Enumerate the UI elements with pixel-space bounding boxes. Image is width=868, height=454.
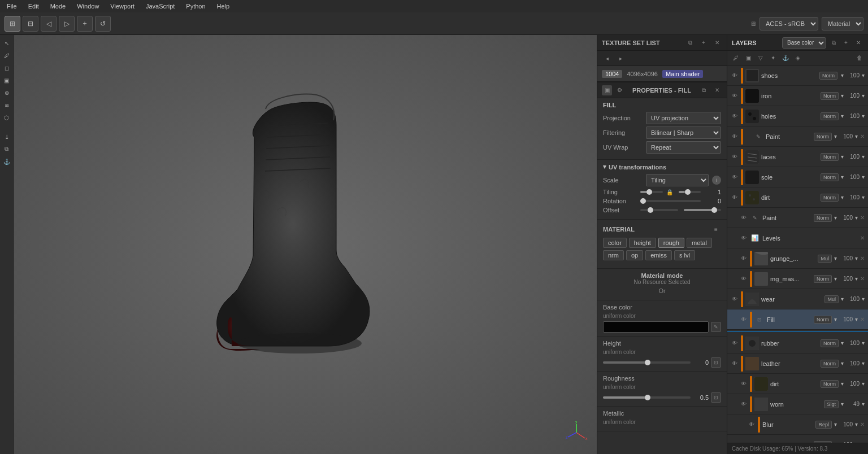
height-pick[interactable]: ⊡ <box>711 357 721 368</box>
shading-dropdown[interactable]: Material <box>822 17 863 30</box>
layer-laces-opacity-arrow[interactable]: ▾ <box>862 154 865 160</box>
layer-iron-blend-arrow[interactable]: ▾ <box>841 93 844 99</box>
layer-dirt-leather-vis[interactable]: 👁 <box>740 380 748 388</box>
layer-holes-opacity-arrow[interactable]: ▾ <box>862 113 865 119</box>
roughness-track[interactable] <box>603 396 691 399</box>
properties-fill-close[interactable]: ✕ <box>712 85 722 95</box>
layer-grunge[interactable]: 👁 grunge_... Mul ▾ 100 ▾ ✕ <box>727 248 868 269</box>
layer-wear-vis[interactable]: 👁 <box>731 295 739 303</box>
mat-tag-rough[interactable]: rough <box>658 238 684 248</box>
layer-dirt-leather-opacity-arrow[interactable]: ▾ <box>862 381 865 387</box>
layer-dirt-top[interactable]: 👁 dirt Norm ▾ 100 ▾ <box>727 187 868 208</box>
layer-dirt-leather-blend-arrow[interactable]: ▾ <box>841 381 844 387</box>
layer-levels-vis[interactable]: 👁 <box>740 234 748 242</box>
layer-paint-worn[interactable]: 👁 ✎ Paint Norm ▾ 100 ▾ ✕ <box>727 435 868 443</box>
layer-holes-blend-arrow[interactable]: ▾ <box>841 113 844 119</box>
layer-tool-fill[interactable]: ▣ <box>743 53 753 63</box>
base-color-pick[interactable]: ✎ <box>711 322 721 332</box>
mat-tag-height[interactable]: height <box>629 238 656 248</box>
layer-paint-dirt[interactable]: 👁 ✎ Paint Norm ▾ 100 ▾ ✕ <box>727 208 868 228</box>
layer-paint1-edit[interactable]: ✎ <box>753 132 763 142</box>
viewport[interactable]: x y z <box>14 35 597 454</box>
layer-levels-effect[interactable]: 👁 📊 Levels ✕ <box>727 228 868 248</box>
layer-wear-blend-arrow[interactable]: ▾ <box>841 296 844 302</box>
base-color-swatch[interactable] <box>603 321 709 333</box>
layer-laces-vis[interactable]: 👁 <box>731 153 739 161</box>
menu-window[interactable]: Window <box>75 2 101 11</box>
layer-paint-dirt-edit[interactable]: ✎ <box>750 213 760 223</box>
layer-tool-group[interactable]: ▽ <box>756 53 766 63</box>
layer-paint-dirt-vis[interactable]: 👁 <box>740 214 748 222</box>
uv-wrap-select[interactable]: Repeat <box>646 141 721 154</box>
tiling-lock[interactable]: 🔒 <box>666 189 673 195</box>
texture-set-nav-right[interactable]: ▸ <box>615 53 626 63</box>
menu-help[interactable]: Help <box>215 2 232 11</box>
texture-set-nav-left[interactable]: ◂ <box>602 53 612 63</box>
tool-prev[interactable]: ◁ <box>41 16 57 32</box>
layer-grunge-close[interactable]: ✕ <box>860 255 865 261</box>
layer-tool-paint[interactable]: 🖊 <box>731 53 741 63</box>
layer-paint-dirt-close[interactable]: ✕ <box>860 215 865 221</box>
layer-mg-mas-close[interactable]: ✕ <box>860 276 865 282</box>
uv-transform-title[interactable]: ▾ UV transformations <box>603 163 721 171</box>
layer-dirt-top-blend-arrow[interactable]: ▾ <box>841 194 844 200</box>
height-track[interactable] <box>603 361 691 364</box>
texture-set-list-add[interactable]: + <box>698 38 709 48</box>
properties-fill-tab-material[interactable]: ▣ <box>602 85 612 95</box>
layers-add[interactable]: + <box>841 38 851 48</box>
layer-grunge-vis[interactable]: 👁 <box>740 255 748 263</box>
layer-blur-blend-arrow[interactable]: ▾ <box>834 421 837 427</box>
mat-tag-metal[interactable]: metal <box>687 238 712 248</box>
layer-leather-vis[interactable]: 👁 <box>731 360 739 368</box>
scale-select[interactable]: Tiling <box>646 174 709 186</box>
layer-shoes[interactable]: 👁 shoes Norm ▾ 100 ▾ <box>727 66 868 86</box>
layer-iron-vis[interactable]: 👁 <box>731 92 739 100</box>
mat-tag-slvl[interactable]: s lvl <box>674 250 695 260</box>
tool-eraser[interactable]: ◻ <box>1 62 12 73</box>
layer-blur-opacity-arrow[interactable]: ▾ <box>855 421 858 427</box>
filtering-select[interactable]: Bilinear | Sharp <box>646 126 721 139</box>
tiling-track2[interactable] <box>679 191 701 193</box>
layer-dirt-leather[interactable]: 👁 dirt Norm ▾ 100 ▾ <box>727 374 868 394</box>
layer-paint1-blend-arrow[interactable]: ▾ <box>834 133 837 139</box>
texture-set-list-close[interactable]: ✕ <box>712 38 722 48</box>
layer-grunge-opacity-arrow[interactable]: ▾ <box>855 255 858 261</box>
tool-cursor[interactable]: ↖ <box>1 37 12 49</box>
layer-mg-mas-opacity-arrow[interactable]: ▾ <box>855 276 858 282</box>
properties-fill-popout[interactable]: ⧉ <box>698 85 709 95</box>
tool-measure[interactable]: ⬡ <box>1 112 12 123</box>
layer-paint-dirt-blend-arrow[interactable]: ▾ <box>834 215 837 221</box>
layer-worn-vis[interactable]: 👁 <box>740 400 748 408</box>
tool-add[interactable]: ＋ <box>77 16 93 32</box>
material-sort-btn[interactable]: ≡ <box>711 224 721 234</box>
blend-mode-dropdown[interactable]: Base color <box>782 37 826 49</box>
layer-mg-mas-blend-arrow[interactable]: ▾ <box>834 276 837 282</box>
layer-laces[interactable]: 👁 laces Norm ▾ 100 ▾ <box>727 147 868 167</box>
layer-fill-blend-arrow[interactable]: ▾ <box>834 316 837 322</box>
layer-levels-close[interactable]: ✕ <box>860 235 865 241</box>
layer-worn-opacity-arrow[interactable]: ▾ <box>862 401 865 407</box>
layer-worn[interactable]: 👁 worn Slgt ▾ 49 ▾ <box>727 394 868 414</box>
color-space-dropdown[interactable]: ACES - sRGB <box>760 17 818 30</box>
tool-import[interactable]: ⤓ <box>1 131 12 142</box>
layer-tool-effect[interactable]: ✦ <box>768 53 778 63</box>
layer-shoes-blend-arrow[interactable]: ▾ <box>841 72 844 78</box>
layer-tool-anchor[interactable]: ⚓ <box>780 53 791 63</box>
layer-worn-blend-arrow[interactable]: ▾ <box>841 401 844 407</box>
projection-select[interactable]: UV projection <box>646 112 721 124</box>
layer-blur-effect[interactable]: 👁 Blur Repl ▾ 100 ▾ ✕ <box>727 414 868 435</box>
layers-scroll[interactable]: 👁 shoes Norm ▾ 100 ▾ 👁 <box>727 66 868 443</box>
tiling-track[interactable] <box>640 191 663 193</box>
tool-next[interactable]: ▷ <box>59 16 75 32</box>
layer-rubber[interactable]: 👁 rubber Norm ▾ 100 ▾ <box>727 333 868 353</box>
mat-tag-op[interactable]: op <box>626 250 643 260</box>
tool-brush[interactable]: 🖊 <box>1 50 12 61</box>
tool-grid-view[interactable]: ⊞ <box>5 16 20 32</box>
offset-track-y[interactable] <box>684 209 722 211</box>
layer-wear-opacity-arrow[interactable]: ▾ <box>862 296 865 302</box>
layer-iron-opacity-arrow[interactable]: ▾ <box>862 93 865 99</box>
offset-track-x[interactable] <box>640 209 678 211</box>
layer-leather[interactable]: 👁 leather Norm ▾ 100 ▾ <box>727 353 868 374</box>
layers-popout[interactable]: ⧉ <box>828 38 839 48</box>
layer-leather-blend-arrow[interactable]: ▾ <box>841 360 844 366</box>
